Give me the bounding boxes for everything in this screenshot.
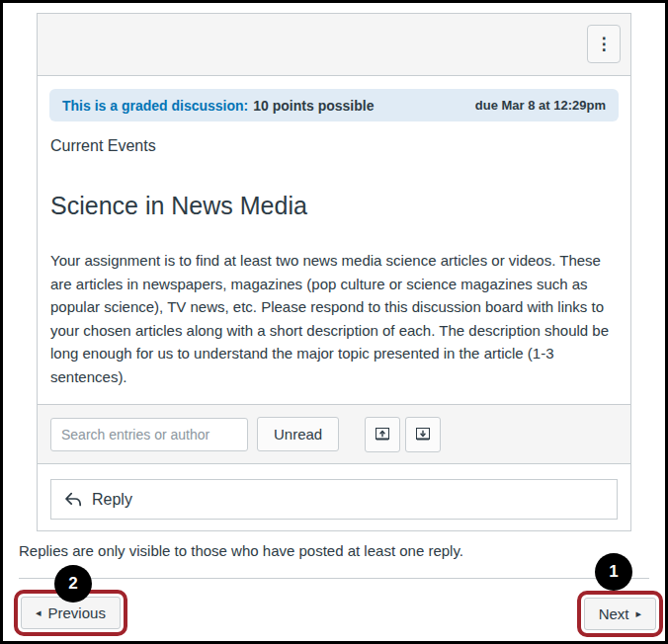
- replies-visibility-note: Replies are only visible to those who ha…: [19, 542, 463, 559]
- discussion-card: ⋮ This is a graded discussion: 10 points…: [37, 13, 631, 531]
- collapse-replies-icon: [374, 426, 391, 443]
- graded-discussion-label: This is a graded discussion:: [62, 98, 248, 114]
- step-marker-1: 1: [595, 553, 632, 591]
- due-date-label: due Mar 8 at 12:29pm: [475, 98, 606, 113]
- discussion-toolbar: Unread: [38, 404, 630, 464]
- collapse-replies-button[interactable]: [365, 417, 400, 452]
- left-arrow-icon: ◂: [36, 607, 42, 618]
- course-context-title: Current Events: [50, 136, 618, 156]
- expand-replies-button[interactable]: [405, 417, 441, 452]
- screenshot-frame: ⋮ This is a graded discussion: 10 points…: [0, 0, 668, 644]
- reply-field[interactable]: Reply: [50, 479, 618, 520]
- step-marker-2: 2: [54, 565, 92, 603]
- footer-divider: [19, 578, 649, 579]
- previous-button-label: Previous: [48, 604, 106, 621]
- graded-discussion-banner: This is a graded discussion: 10 points p…: [49, 89, 619, 121]
- right-arrow-icon: ▸: [635, 608, 641, 619]
- expand-replies-icon: [414, 426, 432, 443]
- discussion-title: Science in News Media: [50, 190, 618, 221]
- next-button[interactable]: Next ▸: [584, 598, 656, 630]
- unread-filter-button[interactable]: Unread: [257, 417, 339, 451]
- reply-row: Reply: [38, 479, 630, 531]
- points-possible-label: 10 points possible: [253, 98, 374, 114]
- discussion-description: Your assignment is to find at least two …: [50, 249, 621, 388]
- search-input[interactable]: [50, 418, 248, 451]
- kebab-icon: ⋮: [596, 34, 613, 54]
- next-button-label: Next: [599, 605, 629, 622]
- next-button-highlight: Next ▸: [577, 591, 663, 637]
- reply-icon: [63, 491, 83, 508]
- discussion-card-header: ⋮: [38, 14, 630, 76]
- reply-label: Reply: [92, 491, 132, 509]
- options-menu-button[interactable]: ⋮: [587, 25, 621, 63]
